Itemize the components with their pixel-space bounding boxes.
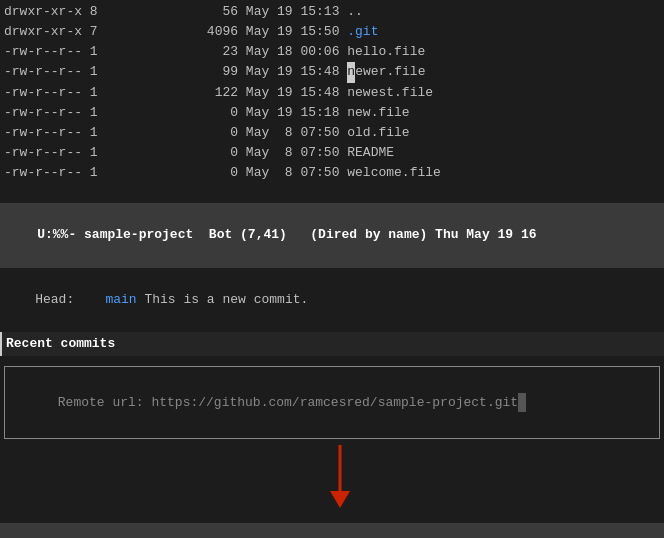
head-line: Head: main This is a new commit. (0, 268, 664, 332)
emacs-screen: drwxr-xr-x 8 56 May 19 15:13 .. drwxr-xr… (0, 0, 664, 538)
mode-line-prefix: U:%%- (37, 227, 84, 242)
file-row-newer: -rw-r--r-- 1 99 May 19 15:48 newer.file (4, 62, 660, 82)
file-row-git: drwxr-xr-x 7 4096 May 19 15:50 .git (4, 22, 660, 42)
recent-commits-header: Recent commits (0, 332, 664, 356)
mode-line-mode: (Dired by name) Thu May 19 16 (310, 227, 536, 242)
mode-line-bot: Bot (7,41) (193, 227, 310, 242)
empty-space (0, 185, 664, 203)
arrow-section (0, 443, 664, 523)
file-row-readme: -rw-r--r-- 1 0 May 8 07:50 README (4, 143, 660, 163)
top-mode-line: U:%%- sample-project Bot (7,41) (Dired b… (0, 203, 664, 267)
file-row-dotdot: drwxr-xr-x 8 56 May 19 15:13 .. (4, 2, 660, 22)
svg-marker-1 (330, 491, 350, 508)
remote-url-cursor (518, 393, 526, 413)
remote-url-text: Remote url: https://github.com/ramcesred… (58, 395, 518, 410)
remote-url-box: Remote url: https://github.com/ramcesred… (4, 366, 660, 439)
file-row-new: -rw-r--r-- 1 0 May 19 15:18 new.file (4, 103, 660, 123)
file-row-old: -rw-r--r-- 1 0 May 8 07:50 old.file (4, 123, 660, 143)
remote-url-section: Remote url: https://github.com/ramcesred… (0, 362, 664, 443)
file-row-welcome: -rw-r--r-- 1 0 May 8 07:50 welcome.file (4, 163, 660, 183)
mode-line-project: sample-project (84, 227, 193, 242)
dired-buffer: drwxr-xr-x 8 56 May 19 15:13 .. drwxr-xr… (0, 0, 664, 185)
file-row-newest: -rw-r--r-- 1 122 May 19 15:48 newest.fil… (4, 83, 660, 103)
head-branch: main (105, 292, 136, 307)
head-label: Head: (35, 292, 105, 307)
recent-commits-label: Recent commits (6, 336, 115, 351)
file-row-hello: -rw-r--r-- 1 23 May 18 00:06 hello.file (4, 42, 660, 62)
bottom-mode-line: U:%%- magit: sample-project Top(3,0) (Ma… (0, 523, 664, 538)
head-message: This is a new commit. (137, 292, 309, 307)
arrow-svg (0, 443, 664, 523)
